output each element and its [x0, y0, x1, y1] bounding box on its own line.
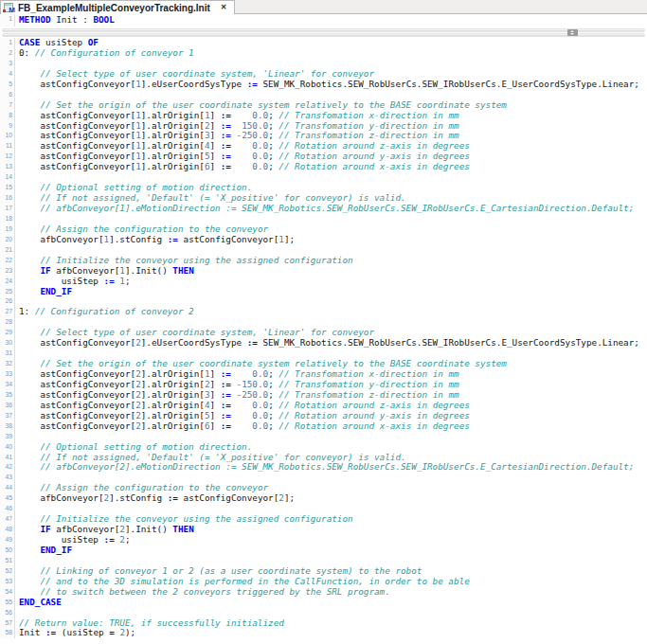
token: // to switch between the 2 conveyors tri… — [40, 586, 389, 597]
token: := — [221, 410, 231, 420]
token: 1 — [115, 276, 125, 286]
code-line[interactable]: 13 astConfigConveyor[1].alrOrigin[6] := … — [0, 162, 647, 172]
line-number: 31 — [0, 349, 15, 359]
token: := — [168, 234, 178, 244]
code-line[interactable]: 55END_CASE — [0, 598, 647, 608]
code-line[interactable]: 49 usiStep := 2; — [0, 535, 647, 546]
code-line[interactable]: 50 END_IF — [0, 546, 647, 556]
line-number: 32 — [0, 359, 15, 369]
token: // If not assigned, 'Default' (= 'X_posi… — [40, 452, 405, 462]
line-number: 36 — [0, 401, 15, 411]
declaration-splitter[interactable] — [0, 27, 647, 38]
line-number: 19 — [0, 224, 15, 235]
token: THEN — [172, 524, 193, 534]
line-number: 52 — [0, 566, 15, 577]
token: ] — [210, 130, 221, 140]
splitter-collapse-control[interactable] — [567, 29, 578, 36]
token: ] — [210, 379, 221, 389]
line-number: 43 — [0, 473, 15, 483]
token: := — [45, 627, 56, 637]
token: IF — [40, 524, 50, 534]
code-line[interactable]: 58Init := (usiStep = 2); — [0, 628, 647, 638]
editor-tab-bar: M FB_ExampleMultipleConveyorTracking.Ini… — [0, 0, 647, 14]
line-number: 22 — [0, 256, 15, 266]
code-line[interactable]: 17 // afbConveyor[1].eMotionDirection :=… — [0, 204, 647, 214]
token: IF — [40, 265, 50, 276]
code-text: afbConveyor[1].stConfig := astConfigConv… — [15, 235, 295, 245]
token: ] — [210, 110, 221, 120]
line-number: 56 — [0, 608, 15, 618]
line-number: 28 — [0, 317, 15, 328]
token: ); — [125, 627, 135, 637]
token: := — [221, 161, 231, 171]
token: ; — [125, 534, 131, 545]
line-number: 24 — [0, 277, 15, 287]
line-number: 30 — [0, 338, 15, 349]
token: // Rotation around x-axis in degrees — [279, 161, 470, 171]
code-line[interactable]: 5 astConfigConveyor[1].eUserCoordSysType… — [0, 80, 647, 90]
token: // Rotation around z-axis in degrees — [279, 400, 470, 410]
code-line[interactable]: 1METHOD Init : BOOL — [0, 14, 647, 27]
code-text: astConfigConveyor[2].eUserCoordSysType :… — [15, 338, 639, 349]
code-text: Init := (usiStep = 2); — [15, 628, 135, 638]
document-tab[interactable]: M FB_ExampleMultipleConveyorTracking.Ini… — [0, 0, 235, 14]
token: astConfigConveyor[ — [19, 79, 135, 89]
code-line[interactable]: 30 astConfigConveyor[2].eUserCoordSysTyp… — [0, 338, 647, 349]
token: ].alrOrigin[ — [141, 140, 205, 151]
line-number: 49 — [0, 535, 15, 546]
token: 0.0 — [231, 368, 268, 379]
token: ] — [210, 120, 221, 131]
token: END_IF — [40, 286, 72, 296]
token: // Linking of conveyor 1 or 2 (as a user… — [40, 565, 422, 576]
line-number: 25 — [0, 287, 15, 297]
code-line[interactable]: 20: // Configuration of conveyor 1 — [0, 48, 647, 59]
token: := — [104, 276, 115, 286]
code-line[interactable]: 54 // to switch between the 2 conveyors … — [0, 587, 647, 598]
token: ] — [210, 389, 221, 400]
token: ].alrOrigin[ — [141, 389, 205, 400]
code-text: astConfigConveyor[2].alrOrigin[6] := 0.0… — [15, 421, 470, 432]
code-line[interactable]: 24 usiStep := 1; — [0, 277, 647, 287]
declaration-pane[interactable]: 1METHOD Init : BOOL — [0, 14, 647, 27]
token: // If not assigned, 'Default' (= 'X_posi… — [40, 192, 405, 203]
splitter-bar-top[interactable] — [2, 28, 645, 32]
token — [19, 576, 40, 586]
token: BOOL — [93, 14, 114, 25]
token: // Rotation around y-axis in degrees — [279, 410, 470, 420]
splitter-bar-bottom[interactable] — [2, 33, 645, 37]
code-text: 0: // Configuration of conveyor 1 — [15, 48, 194, 59]
token: := — [247, 79, 258, 89]
code-line[interactable]: 38 astConfigConveyor[2].alrOrigin[6] := … — [0, 421, 647, 432]
token: astConfigConveyor[ — [19, 120, 135, 131]
line-number: 38 — [0, 421, 15, 432]
code-line[interactable]: 42 // afbConveyor[2].eMotionDirection :=… — [0, 462, 647, 473]
token: := — [221, 400, 231, 410]
line-number: 55 — [0, 598, 15, 608]
line-number: 29 — [0, 328, 15, 338]
line-number: 10 — [0, 131, 15, 141]
code-line[interactable]: 271: // Configuration of conveyor 2 — [0, 307, 647, 317]
code-line[interactable]: 25 END_IF — [0, 287, 647, 297]
token: := — [221, 420, 231, 431]
token — [19, 286, 40, 296]
code-line[interactable]: 20 afbConveyor[1].stConfig := astConfigC… — [0, 235, 647, 245]
token: ] — [210, 368, 221, 379]
token: ] — [210, 410, 221, 420]
code-line[interactable]: 45 afbConveyor[2].stConfig := astConfigC… — [0, 493, 647, 504]
close-icon[interactable]: ✕ — [221, 4, 227, 11]
token: // Transfomation x-direction in mm — [279, 110, 458, 120]
token: 150.0 — [231, 120, 268, 131]
line-number: 20 — [0, 235, 15, 245]
code-editor[interactable]: 1CASE usiStep OF20: // Configuration of … — [0, 38, 647, 638]
token: usiStep — [19, 534, 104, 545]
token: := — [104, 534, 115, 545]
token: ].alrOrigin[ — [141, 410, 205, 420]
token: // afbConveyor[1].eMotionDirection := SE… — [40, 203, 634, 213]
code-text: // to switch between the 2 conveyors tri… — [15, 587, 390, 598]
st-editor-window: M FB_ExampleMultipleConveyorTracking.Ini… — [0, 0, 647, 638]
token: astConfigConveyor[ — [178, 492, 279, 503]
token: Init — [19, 627, 45, 637]
line-number: 33 — [0, 369, 15, 380]
token: ].stConfig — [109, 234, 168, 244]
line-number: 16 — [0, 193, 15, 204]
